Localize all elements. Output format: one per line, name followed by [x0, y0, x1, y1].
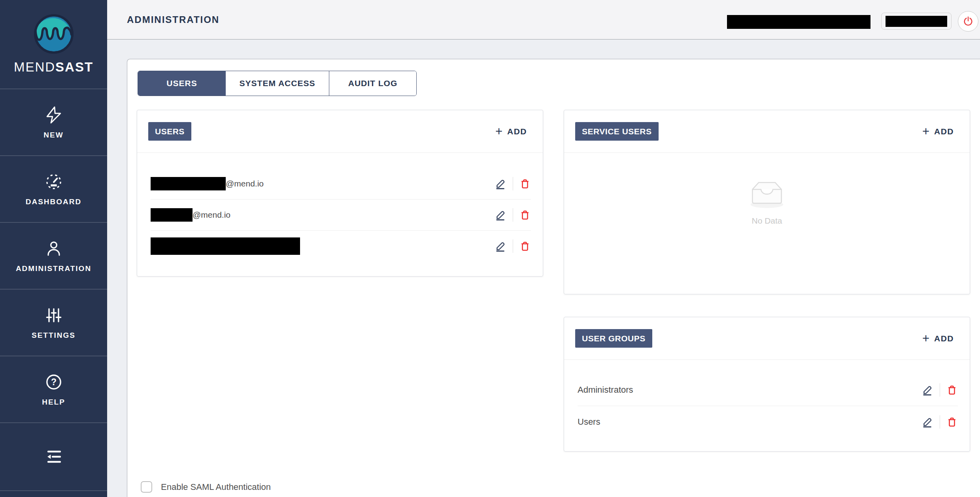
delete-user-button[interactable]: [519, 240, 531, 252]
action-divider: [940, 415, 940, 429]
edit-pencil-icon: [921, 384, 934, 396]
delete-group-button[interactable]: [946, 416, 958, 428]
redacted-user-email: [151, 177, 226, 190]
sidebar-item-help[interactable]: ? HELP: [0, 356, 107, 423]
page-title: ADMINISTRATION: [127, 0, 219, 40]
edit-pencil-icon: [921, 416, 934, 428]
brand-name-light: MEND: [14, 60, 55, 74]
user-groups-list: Administrators Users: [578, 360, 958, 437]
lightning-icon: [44, 105, 63, 124]
delete-user-button[interactable]: [519, 178, 531, 190]
action-divider: [513, 239, 513, 253]
tab-system-access[interactable]: SYSTEM ACCESS: [226, 71, 329, 96]
mend-logo-icon: [34, 14, 74, 54]
sidebar-item-administration[interactable]: ADMINISTRATION: [0, 223, 107, 290]
sidebar-item-label: NEW: [43, 131, 63, 139]
saml-checkbox-label: Enable SAML Authentication: [161, 482, 271, 492]
service-users-panel-header: SERVICE USERS + ADD: [564, 110, 970, 153]
add-user-group-label: ADD: [934, 334, 954, 343]
redacted-user-name: [886, 16, 947, 27]
add-service-user-label: ADD: [934, 127, 954, 136]
plus-icon: +: [922, 332, 929, 345]
user-email-suffix: @mend.io: [226, 179, 264, 188]
sidebar-item-settings[interactable]: SETTINGS: [0, 290, 107, 356]
brand-name-bold: SAST: [55, 60, 93, 74]
plus-icon: +: [495, 125, 502, 137]
edit-user-button[interactable]: [494, 177, 507, 190]
users-list: @mend.io @mend.io: [151, 153, 531, 262]
tab-users[interactable]: USERS: [138, 71, 226, 96]
user-groups-panel-title: USER GROUPS: [575, 329, 652, 348]
edit-user-button[interactable]: [494, 240, 507, 252]
users-panel: USERS + ADD @mend.io: [137, 110, 543, 277]
delete-group-button[interactable]: [946, 384, 958, 396]
edit-group-button[interactable]: [921, 416, 934, 428]
user-email: [151, 237, 300, 255]
add-user-button[interactable]: + ADD: [495, 125, 527, 137]
trash-icon: [519, 178, 531, 190]
tab-audit-log[interactable]: AUDIT LOG: [329, 71, 416, 96]
brand-name: MENDSAST: [14, 60, 93, 75]
add-user-group-button[interactable]: + ADD: [922, 332, 954, 345]
edit-pencil-icon: [494, 177, 507, 190]
logout-button[interactable]: [958, 11, 978, 32]
saml-auth-row: Enable SAML Authentication: [141, 481, 271, 493]
trash-icon: [519, 209, 531, 221]
user-email: @mend.io: [151, 208, 230, 222]
user-email: @mend.io: [151, 177, 264, 190]
users-panel-header: USERS + ADD: [137, 110, 543, 153]
svg-text:?: ?: [51, 377, 56, 387]
gauge-icon: [44, 172, 63, 191]
group-name: Administrators: [578, 385, 633, 395]
user-row: [151, 230, 531, 262]
group-name: Users: [578, 417, 600, 427]
menu-fold-icon: [44, 447, 63, 466]
sidebar-item-new[interactable]: NEW: [0, 89, 107, 156]
sidebar-item-label: SETTINGS: [32, 331, 76, 340]
empty-inbox-icon: [747, 177, 787, 209]
plus-icon: +: [922, 125, 929, 137]
sliders-icon: [44, 306, 63, 325]
user-email-suffix: @mend.io: [193, 210, 230, 220]
edit-pencil-icon: [494, 240, 507, 252]
add-user-label: ADD: [507, 127, 527, 136]
user-row-actions: [494, 177, 531, 190]
group-row-actions: [921, 415, 958, 429]
sidebar-collapse-button[interactable]: [0, 423, 107, 491]
trash-icon: [946, 384, 958, 396]
saml-checkbox[interactable]: [141, 481, 152, 493]
sidebar-item-label: ADMINISTRATION: [16, 264, 91, 273]
user-row: @mend.io: [151, 168, 531, 199]
delete-user-button[interactable]: [519, 209, 531, 221]
user-groups-panel-header: USER GROUPS + ADD: [564, 317, 970, 360]
power-icon: [963, 16, 974, 27]
add-service-user-button[interactable]: + ADD: [922, 125, 954, 137]
user-row: @mend.io: [151, 199, 531, 230]
brand-logo: MENDSAST: [0, 0, 107, 89]
redacted-account-name: [727, 15, 870, 29]
admin-tabs: USERS SYSTEM ACCESS AUDIT LOG: [138, 71, 417, 96]
user-groups-panel: USER GROUPS + ADD Administrators: [564, 317, 970, 452]
redacted-user-email: [151, 208, 193, 222]
group-row: Users: [578, 406, 958, 437]
service-users-panel: SERVICE USERS + ADD No Data: [564, 110, 970, 294]
action-divider: [513, 177, 513, 190]
sidebar-item-label: DASHBOARD: [26, 198, 82, 206]
user-row-actions: [494, 239, 531, 253]
app-root: MENDSAST NEW DASHBOARD ADMINISTRATION SE…: [0, 0, 980, 497]
group-row-actions: [921, 383, 958, 397]
action-divider: [940, 383, 940, 397]
sidebar: MENDSAST NEW DASHBOARD ADMINISTRATION SE…: [0, 0, 107, 497]
edit-group-button[interactable]: [921, 384, 934, 396]
sidebar-item-dashboard[interactable]: DASHBOARD: [0, 156, 107, 223]
person-icon: [44, 239, 63, 258]
trash-icon: [519, 240, 531, 252]
trash-icon: [946, 416, 958, 428]
sidebar-item-label: HELP: [42, 398, 65, 407]
user-menu-dropdown[interactable]: [881, 13, 952, 30]
empty-state: No Data: [564, 177, 970, 226]
user-row-actions: [494, 208, 531, 222]
group-row: Administrators: [578, 374, 958, 406]
edit-user-button[interactable]: [494, 209, 507, 221]
edit-pencil-icon: [494, 209, 507, 221]
